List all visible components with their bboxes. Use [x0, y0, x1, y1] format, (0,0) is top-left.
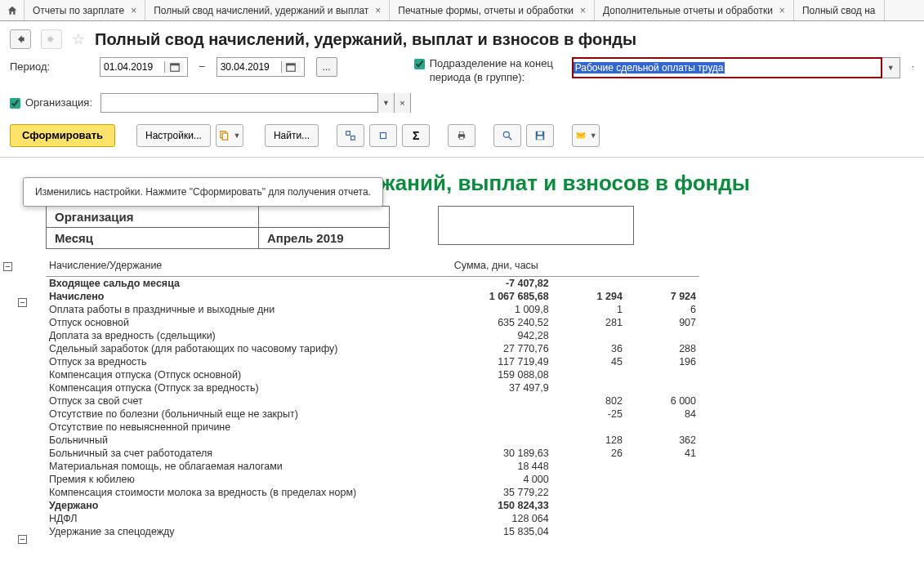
table-row[interactable]: Начислено1 067 685,681 2947 924 [46, 290, 699, 303]
row-hours: 362 [626, 434, 699, 447]
row-hours [626, 421, 699, 434]
magnifier-icon [502, 130, 513, 141]
table-row[interactable]: Доплата за вредность (сдельщики)942,28 [46, 329, 699, 342]
org-dropdown-button[interactable]: ▼ [377, 93, 394, 113]
table-row[interactable]: Больничный за счет работодателя30 189,63… [46, 447, 699, 460]
filters-row: Период: – ... Подразделение на конец пер… [0, 54, 924, 88]
home-tab[interactable] [0, 0, 25, 20]
table-row[interactable]: Удержание за спецодежду15 835,04 [46, 525, 699, 538]
row-hours [626, 499, 699, 512]
org-clear-button[interactable]: × [394, 93, 410, 113]
tree-collapse-button[interactable]: − [3, 262, 12, 271]
table-row[interactable]: Компенсация отпуска (Отпуск основной)159… [46, 368, 699, 381]
forward-button[interactable] [41, 29, 62, 49]
row-days [552, 525, 626, 538]
row-name: НДФЛ [46, 512, 451, 525]
table-row[interactable]: Удержано150 824,33 [46, 499, 699, 512]
org-filter: Организация: [10, 96, 92, 109]
row-days [552, 421, 626, 434]
table-row[interactable]: Материальная помощь, не облагаемая налог… [46, 460, 699, 473]
department-input[interactable]: Рабочие сдельной оплаты труда [572, 57, 882, 78]
table-row[interactable]: Больничный128362 [46, 434, 699, 447]
expand-button[interactable] [337, 124, 364, 147]
form-button[interactable]: Сформировать [10, 124, 115, 147]
collapse-button[interactable] [369, 124, 397, 147]
row-hours [626, 512, 699, 525]
calendar-icon[interactable] [281, 61, 301, 73]
tab-4[interactable]: Полный свод на [794, 0, 885, 20]
svg-line-13 [509, 137, 512, 140]
arrow-right-icon [46, 33, 57, 45]
row-hours: 907 [626, 316, 699, 329]
print-button[interactable] [448, 124, 475, 147]
tab-3[interactable]: Дополнительные отчеты и обработки× [595, 0, 794, 20]
row-sum: -7 407,82 [451, 276, 552, 290]
tab-2[interactable]: Печатные формы, отчеты и обработки× [390, 0, 595, 20]
find-button[interactable]: Найти... [265, 124, 319, 147]
row-days: 1 [552, 303, 626, 316]
svg-rect-6 [346, 131, 350, 136]
tree-collapse-button[interactable]: − [18, 535, 27, 544]
department-checkbox[interactable] [414, 59, 425, 69]
row-hours [626, 276, 699, 290]
row-days [552, 473, 626, 486]
copy-icon [218, 130, 230, 141]
close-icon[interactable]: × [131, 5, 136, 16]
save-button[interactable] [526, 124, 554, 147]
table-row[interactable]: НДФЛ128 064 [46, 512, 699, 525]
department-value: Рабочие сдельной оплаты труда [574, 62, 725, 74]
row-sum [451, 421, 552, 434]
toolbar: Сформировать Настройки... ▼ Найти... Σ ▼ [0, 118, 924, 154]
table-row[interactable]: Оплата работы в праздничные и выходные д… [46, 303, 699, 316]
table-row[interactable]: Компенсация стоимости молока за вредност… [46, 486, 699, 499]
date-from-field[interactable] [100, 57, 188, 77]
meta-month-value: Апрель 2019 [259, 227, 390, 248]
tab-0[interactable]: Отчеты по зарплате× [25, 0, 145, 20]
row-sum [451, 408, 552, 421]
date-to-field[interactable] [216, 57, 305, 77]
close-icon[interactable]: × [779, 5, 785, 16]
row-sum: 942,28 [451, 329, 552, 342]
separator: · [912, 57, 914, 72]
table-row[interactable]: Компенсация отпуска (Отпуск за вредность… [46, 381, 699, 394]
settings-button[interactable]: Настройки... [136, 124, 211, 147]
table-row[interactable]: Отсутствие по болезни (больничный еще не… [46, 408, 699, 421]
org-checkbox[interactable] [10, 98, 20, 109]
department-dropdown-button[interactable]: ▼ [882, 57, 900, 78]
expand-icon [345, 130, 356, 141]
org-input-box[interactable]: ▼ × [100, 93, 411, 113]
row-sum: 150 824,33 [451, 499, 552, 512]
svg-rect-1 [170, 64, 179, 65]
date-to-input[interactable] [217, 61, 281, 73]
preview-button[interactable] [493, 124, 521, 147]
report-area: Изменились настройки. Нажмите "Сформиров… [0, 157, 924, 538]
favorite-icon[interactable]: ☆ [72, 30, 85, 48]
close-icon[interactable]: × [580, 5, 586, 16]
table-row[interactable]: Входящее сальдо месяца-7 407,82 [46, 276, 699, 290]
table-row[interactable]: Отпуск за вредность117 719,4945196 [46, 355, 699, 368]
date-from-input[interactable] [100, 61, 164, 73]
row-sum: 117 719,49 [451, 355, 552, 368]
tab-1[interactable]: Полный свод начислений, удержаний и выпл… [145, 0, 390, 20]
period-select-button[interactable]: ... [316, 57, 337, 77]
row-sum: 159 088,08 [451, 368, 552, 381]
copy-button[interactable]: ▼ [216, 124, 243, 147]
table-row[interactable]: Премия к юбилею4 000 [46, 473, 699, 486]
row-name: Удержание за спецодежду [46, 525, 451, 538]
table-row[interactable]: Отпуск основной635 240,52281907 [46, 316, 699, 329]
tree-collapse-button[interactable]: − [18, 298, 27, 307]
close-icon[interactable]: × [375, 5, 381, 16]
collapse-icon [377, 130, 389, 141]
table-row[interactable]: Сдельный заработок (для работающих по ча… [46, 342, 699, 355]
row-name: Премия к юбилею [46, 473, 451, 486]
sum-button[interactable]: Σ [402, 124, 430, 147]
org-input[interactable] [101, 96, 377, 109]
row-hours [626, 473, 699, 486]
back-button[interactable] [10, 29, 31, 49]
row-name: Входящее сальдо месяца [46, 276, 451, 290]
table-row[interactable]: Отпуск за свой счет8026 000 [46, 394, 699, 408]
email-button[interactable]: ▼ [572, 124, 600, 147]
org-row: Организация: ▼ × [0, 88, 924, 118]
table-row[interactable]: Отсутствие по невыясненной причине [46, 421, 699, 434]
calendar-icon[interactable] [164, 61, 184, 73]
